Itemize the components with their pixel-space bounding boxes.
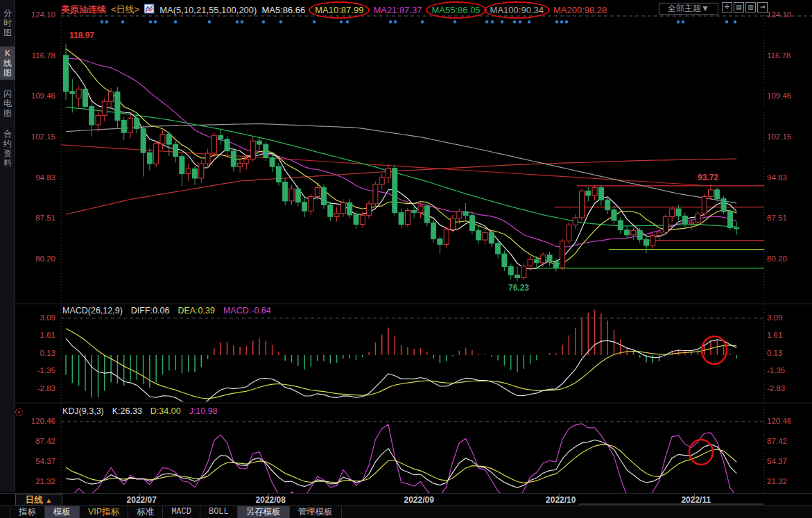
candle [121,121,126,133]
macd-axis-label-left: -1.35 [19,366,55,374]
kdj-settings-icon[interactable] [15,408,23,416]
kdj-panel-title: KDJ(9,3,3) K:26.33 D:34.00 J:10.98 [62,406,218,416]
toolbar-tab-6[interactable]: 另存模板 [238,506,290,518]
time-axis-row: 日线 ▲ 2022/072022/082022/092022/102022/11 [0,493,812,506]
price-axis-label-right: 94.83 [767,173,803,182]
sidebar-tab-3[interactable]: 合约资料 [0,127,15,170]
candle [367,204,372,216]
candle [412,211,417,213]
candle [289,189,294,201]
price-axis-label-left: 94.83 [19,173,55,182]
candle [205,153,210,164]
macd-axis-label-right: -2.83 [767,384,803,392]
month-label-2: 2022/09 [404,495,434,505]
candle [340,202,345,213]
candle [592,188,597,196]
candle [141,129,146,153]
pan-crosshair-icon[interactable]: ✛ [722,2,732,12]
chart-type-icon [144,3,155,16]
sidebar-tab-0[interactable]: 分时图 [0,6,15,40]
toolbar-tab-7[interactable]: 管理模板 [290,506,342,518]
candle [154,144,159,164]
candle [696,214,700,222]
candle [160,135,165,144]
event-dot [528,20,530,23]
price-axis-label-right: 80.20 [767,254,803,263]
event-dot [513,20,516,23]
bottom-toolbar: 指标模板VIP指标标准MACDBOLL另存模板管理模板 [0,506,812,518]
candle [618,221,623,230]
price-axis-label-right: 87.51 [767,214,803,222]
zoom-range-icon[interactable]: ▤ [734,2,744,12]
candle [547,255,552,262]
period-label: 日线 [26,495,43,505]
candle [89,107,94,125]
candle [276,166,281,182]
candle [553,261,558,268]
app-window: 分时图K线图闪电图合约资料 美原油连续 <日线> MA(5,10,21,55,1… [0,0,812,518]
chart-canvas[interactable] [0,0,812,518]
candle [515,275,520,278]
candle [631,230,636,234]
ma-value-3: MA55:86.05 [432,5,481,15]
toolbar-tab-1[interactable]: 模板 [45,506,80,518]
macd-axis-label-right: 1.61 [767,331,803,339]
ma-value-0: MA5:86.66 [261,5,305,15]
candle [360,216,365,225]
kdj-axis-label-right: 120.46 [767,417,803,425]
price-axis-label-left: 87.51 [19,214,55,222]
event-dot [208,20,211,23]
event-dot [453,20,456,23]
high-annotation: 118.97 [69,31,94,40]
candle [322,188,327,205]
axis-scale-icon[interactable]: ▥ [745,2,756,12]
candle [334,214,339,217]
macd-dea-line [66,329,736,399]
event-dot [389,20,392,23]
macd-axis-label-right: 3.09 [767,313,803,322]
toolbar-tab-5[interactable]: BOLL [200,506,238,518]
toolbar-tab-3[interactable]: 标准 [128,506,163,518]
candle [502,254,507,266]
month-label-1: 2022/08 [256,495,286,505]
event-dot [236,20,239,23]
candle [109,92,114,102]
toolbar-tab-4[interactable]: MACD [163,506,200,518]
price-axis-label-left: 109.46 [19,92,55,100]
theme-selector-button[interactable]: 全部主题▼ [659,3,718,15]
window-tool-icons: ✛▤▥⇥ [722,2,768,12]
kdj-axis-label-left: 21.32 [19,477,55,485]
candle [625,230,630,235]
candle [476,230,481,240]
kdj-cross-circle [689,440,713,465]
left-tab-bar: 分时图K线图闪电图合约资料 [0,0,15,492]
expand-right-icon[interactable]: ⇥ [757,2,768,12]
candle [702,196,707,214]
candle [328,205,333,216]
candle [598,188,603,200]
price-axis-label-left: 124.10 [19,10,55,19]
event-dot [241,20,243,23]
toolbar-tab-2[interactable]: VIP指标 [80,506,128,518]
candle [264,144,268,157]
macd-macd-value: MACD:-0.64 [223,306,271,316]
candle [567,225,571,241]
toolbar-tab-0[interactable]: 指标 [10,506,45,518]
candle [373,184,378,204]
event-dot [501,20,503,23]
candle [637,230,642,239]
candle [496,243,501,254]
candle [302,202,307,211]
event-dot [519,20,521,23]
candle [392,169,397,213]
candle [225,139,230,151]
macd-diff-value: DIFF:0.06 [131,306,170,316]
event-dot [682,20,684,23]
candle [83,89,87,107]
period-selector[interactable]: 日线 ▲ [15,494,62,506]
sidebar-tab-1[interactable]: K线图 [0,46,15,80]
candle [244,159,249,164]
candle [521,266,526,278]
event-dot [346,20,349,23]
sidebar-tab-2[interactable]: 闪电图 [0,87,15,120]
